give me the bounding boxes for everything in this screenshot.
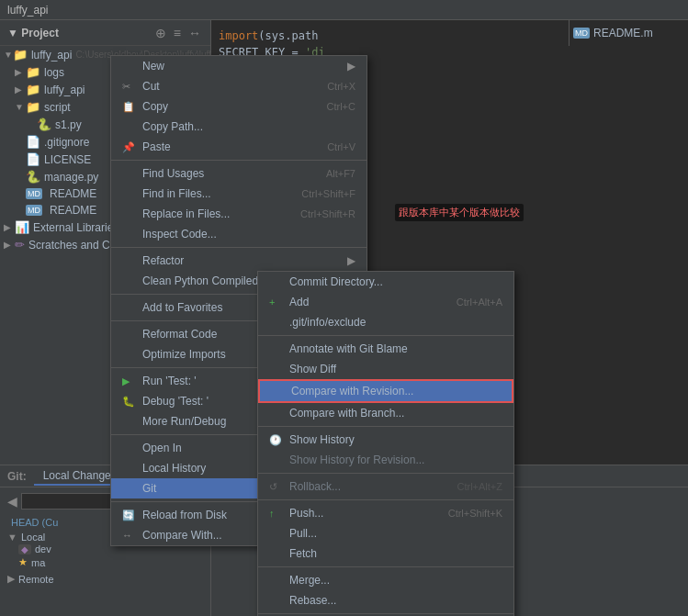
submenu-item-label: Compare with Branch... bbox=[289, 407, 502, 420]
menu-item-shortcut: Ctrl+X bbox=[327, 81, 355, 92]
separator bbox=[258, 499, 513, 500]
add-git-icon: + bbox=[269, 297, 284, 308]
submenu-item-commit-dir[interactable]: Commit Directory... bbox=[258, 272, 513, 292]
menu-item-shortcut: Ctrl+C bbox=[327, 101, 355, 112]
submenu-item-compare-revision[interactable]: Compare with Revision... bbox=[258, 379, 513, 403]
submenu-item-label: Rollback... bbox=[289, 480, 457, 493]
submenu-item-label: Compare with Revision... bbox=[291, 385, 501, 398]
menu-item-inspect[interactable]: Inspect Code... bbox=[111, 224, 367, 244]
tree-item-label: script bbox=[44, 101, 71, 114]
menu-item-shortcut: Alt+F7 bbox=[326, 168, 355, 179]
menu-item-new[interactable]: New ▶ bbox=[111, 56, 367, 76]
submenu-item-compare-branch[interactable]: Compare with Branch... bbox=[258, 403, 513, 423]
debug-icon: 🐛 bbox=[122, 396, 137, 408]
tree-item-label: README bbox=[50, 187, 96, 200]
rollback-icon: ↺ bbox=[269, 481, 284, 493]
tree-item-label: luffy_api bbox=[31, 49, 72, 62]
local-label: Local bbox=[21, 532, 45, 543]
dev-tag: ◆ bbox=[18, 544, 31, 554]
submenu-item-show-diff[interactable]: Show Diff bbox=[258, 359, 513, 379]
add-icon[interactable]: ⊕ bbox=[153, 26, 168, 40]
tooltip-compare-revision: 跟版本库中某个版本做比较 bbox=[395, 204, 524, 221]
submenu-item-pull[interactable]: Pull... bbox=[258, 523, 513, 543]
copy-icon: 📋 bbox=[122, 101, 137, 113]
submenu-item-label: Add bbox=[289, 296, 457, 308]
submenu-item-label: Annotate with Git Blame bbox=[289, 342, 502, 355]
submenu-item-show-history-rev[interactable]: Show History for Revision... bbox=[258, 450, 513, 470]
head-label: HEAD (Cu bbox=[11, 517, 58, 528]
tree-item-label: .gitignore bbox=[44, 136, 89, 149]
git-submenu: Commit Directory... + Add Ctrl+Alt+A .gi… bbox=[257, 271, 514, 616]
submenu-item-label: Rebase... bbox=[289, 594, 502, 607]
menu-item-label: Replace in Files... bbox=[142, 207, 282, 220]
submenu-item-push[interactable]: ↑ Push... Ctrl+Shift+K bbox=[258, 503, 513, 523]
tree-item-label: s1.py bbox=[55, 118, 82, 131]
menu-item-copy[interactable]: 📋 Copy Ctrl+C bbox=[111, 96, 367, 117]
menu-item-label: Inspect Code... bbox=[142, 228, 355, 241]
submenu-item-label: Commit Directory... bbox=[289, 275, 502, 288]
star-icon: ★ bbox=[18, 556, 28, 568]
run-icon: ▶ bbox=[122, 375, 137, 387]
menu-item-replace-files[interactable]: Replace in Files... Ctrl+Shift+R bbox=[111, 204, 367, 224]
project-label: ▼ Project bbox=[7, 27, 153, 39]
submenu-item-label: Show History bbox=[289, 433, 502, 446]
submenu-item-add[interactable]: + Add Ctrl+Alt+A bbox=[258, 292, 513, 312]
menu-item-label: Cut bbox=[142, 80, 309, 93]
expand-icon[interactable]: ↔ bbox=[186, 26, 203, 40]
submenu-item-gitinfo[interactable]: .git/info/exclude bbox=[258, 312, 513, 332]
readme-tab: MD README.m bbox=[569, 20, 688, 46]
compare-icon: ↔ bbox=[122, 530, 137, 541]
separator bbox=[258, 566, 513, 567]
title-bar: luffy_api bbox=[0, 0, 688, 20]
branch-dev-label: dev bbox=[35, 543, 51, 554]
submenu-arrow: ▶ bbox=[347, 60, 355, 73]
tree-item-label: luffy_api bbox=[44, 84, 85, 96]
paste-icon: 📌 bbox=[122, 141, 137, 153]
tree-item-label: manage.py bbox=[44, 171, 98, 184]
separator bbox=[258, 426, 513, 427]
submenu-item-merge[interactable]: Merge... bbox=[258, 570, 513, 590]
submenu-arrow: ▶ bbox=[347, 254, 355, 267]
branch-ma-label: ma bbox=[31, 557, 45, 568]
submenu-item-label: Merge... bbox=[289, 574, 502, 587]
submenu-item-rebase[interactable]: Rebase... bbox=[258, 590, 513, 610]
sidebar-toolbar: ⊕ ≡ ↔ bbox=[153, 26, 203, 40]
submenu-item-shortcut: Ctrl+Shift+K bbox=[448, 508, 502, 519]
menu-item-find-files[interactable]: Find in Files... Ctrl+Shift+F bbox=[111, 184, 367, 204]
menu-item-label: Copy Path... bbox=[142, 120, 355, 133]
menu-item-paste[interactable]: 📌 Paste Ctrl+V bbox=[111, 137, 367, 157]
menu-item-cut[interactable]: ✂ Cut Ctrl+X bbox=[111, 76, 367, 96]
submenu-item-label: Push... bbox=[289, 507, 448, 520]
menu-item-shortcut: Ctrl+V bbox=[327, 141, 355, 152]
separator bbox=[258, 613, 513, 614]
separator bbox=[111, 247, 367, 248]
tree-item-label: External Libraries bbox=[33, 221, 118, 234]
menu-item-label: Find Usages bbox=[142, 167, 308, 180]
menu-item-label: New bbox=[142, 60, 340, 73]
menu-item-refactor[interactable]: Refactor ▶ bbox=[111, 251, 367, 271]
menu-item-shortcut: Ctrl+Shift+R bbox=[300, 208, 355, 219]
submenu-item-shortcut: Ctrl+Alt+Z bbox=[457, 481, 502, 492]
git-tab-label: Git: bbox=[7, 470, 27, 483]
menu-item-label: Paste bbox=[142, 140, 309, 153]
sidebar-header: ▼ Project ⊕ ≡ ↔ bbox=[0, 20, 210, 46]
branch-ma[interactable]: ★ ma bbox=[7, 555, 203, 569]
submenu-item-show-history[interactable]: 🕐 Show History bbox=[258, 430, 513, 450]
submenu-item-rollback[interactable]: ↺ Rollback... Ctrl+Alt+Z bbox=[258, 476, 513, 497]
settings-icon[interactable]: ≡ bbox=[172, 26, 183, 40]
back-button[interactable]: ◀ bbox=[7, 494, 17, 509]
menu-item-find-usages[interactable]: Find Usages Alt+F7 bbox=[111, 163, 367, 184]
submenu-item-shortcut: Ctrl+Alt+A bbox=[457, 297, 502, 308]
remote-arrow: ▶ bbox=[7, 573, 15, 585]
menu-item-copy-path[interactable]: Copy Path... bbox=[111, 117, 367, 137]
tree-item-label: README bbox=[50, 204, 96, 217]
separator bbox=[111, 160, 367, 161]
readme-filename: README.m bbox=[593, 27, 653, 39]
remote-header[interactable]: ▶ Remote bbox=[7, 573, 203, 585]
submenu-item-annotate[interactable]: Annotate with Git Blame bbox=[258, 339, 513, 359]
submenu-item-fetch[interactable]: Fetch bbox=[258, 543, 513, 564]
submenu-item-label: Fetch bbox=[289, 547, 502, 560]
local-arrow: ▼ bbox=[7, 532, 17, 543]
title-bar-text: luffy_api bbox=[7, 4, 48, 17]
menu-item-label: Find in Files... bbox=[142, 187, 283, 200]
